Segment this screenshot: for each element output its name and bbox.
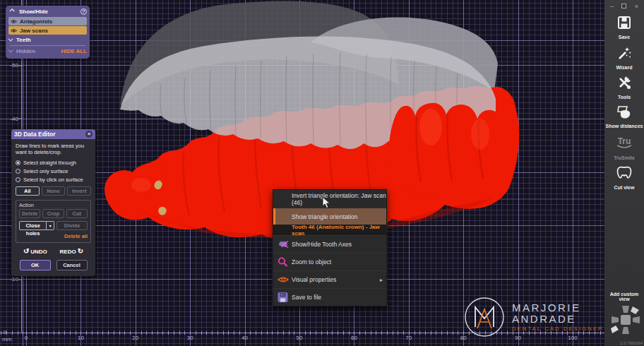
cut-button[interactable]: Cut [66, 209, 88, 218]
bottom-ruler-tick: 10 [78, 335, 84, 341]
cancel-button[interactable]: Cancel [56, 260, 88, 270]
group-label: Teeth [16, 37, 31, 43]
left-ruler-tick: -40 [0, 115, 18, 121]
undo-icon: ↺ [23, 247, 29, 255]
toolbar-item-label: Save [619, 35, 630, 40]
close-button[interactable]: × [635, 3, 638, 10]
eye-icon[interactable] [11, 28, 17, 33]
watermark-name-line1: MARJORIE [512, 302, 604, 314]
expand-chevron-icon [8, 48, 13, 53]
all-button[interactable]: All [16, 186, 40, 196]
menu-header-label: Tooth 46 (Anatomic crown) - Jaw scan [292, 224, 386, 237]
toolbar-item-label: Cut view [614, 185, 635, 191]
radio-label: Select by click on surface [23, 177, 83, 183]
designer-watermark: MARJORIE ANDRADE DENTAL CAD DESIGNER [463, 295, 604, 339]
collapse-chevron-icon [10, 8, 15, 13]
app-window: 0102030405060708090100 -50-40-30-20-10 -… [0, 0, 644, 346]
redo-icon: ↻ [78, 247, 83, 255]
group-label: Hidden [16, 48, 35, 54]
close-holes-dropdown[interactable]: ▾ [47, 221, 54, 230]
close-holes-button[interactable]: Close holes [19, 221, 47, 230]
delete-button[interactable]: Delete [19, 209, 40, 218]
ok-button[interactable]: OK [20, 260, 51, 270]
submenu-arrow-icon: ▸ [380, 277, 383, 283]
action-group: Action Delete Crop Cut Close holes ▾ Div… [16, 200, 91, 243]
data-editor-panel: 3D Data Editor × Draw lines to mark area… [11, 129, 95, 276]
minimize-button[interactable]: – [610, 3, 614, 10]
toolbar-item-label: Wizard [616, 65, 633, 71]
group-row-hidden[interactable]: Hidden HIDE ALL [8, 47, 87, 56]
svg-text:STL: STL [280, 294, 285, 297]
magnifier-icon [278, 257, 288, 268]
toolbar-item-show-distances[interactable]: Show distances [604, 105, 644, 129]
radio-select-straight-through[interactable]: Select straight through [16, 160, 91, 166]
toolbar-item-cut-view[interactable]: Cut view [604, 165, 644, 191]
menu-item-show-triangle-orientation[interactable]: Show triangle orientation [273, 208, 386, 225]
none-button[interactable]: None [42, 186, 66, 196]
layer-label: Antagonists [20, 18, 52, 25]
menu-item-label: Save to file [292, 294, 321, 301]
bottom-ruler-tick: 50 [297, 335, 303, 341]
toolbar-item-trusmile[interactable]: Tru TruSmile [604, 134, 644, 161]
save-icon [616, 15, 632, 33]
left-ruler-tick: -10 [0, 276, 18, 282]
bottom-ruler-tick: 40 [242, 335, 248, 341]
toolbar-item-wizard[interactable]: Wizard [604, 45, 644, 71]
bottom-ruler-tick: 70 [405, 335, 412, 341]
menu-item-label: Visual properties [292, 276, 336, 283]
radio-icon[interactable] [16, 160, 20, 165]
toolbar-item-label: TruSmile [614, 155, 635, 161]
toolbar-item-label: Tools [618, 95, 631, 100]
menu-item-show-hide-tooth-axes[interactable]: Show/Hide Tooth Axes [273, 235, 386, 253]
layer-row-antagonists[interactable]: Antagonists [8, 17, 87, 25]
svg-text:Tru: Tru [618, 136, 631, 146]
toolbar-item-tools[interactable]: Tools [604, 75, 644, 100]
expand-chevron-icon [8, 37, 13, 42]
radio-select-only-surface[interactable]: Select only surface [16, 168, 91, 174]
help-icon[interactable]: ? [80, 8, 87, 15]
data-editor-header[interactable]: 3D Data Editor × [11, 129, 95, 139]
bottom-ruler-tick: 60 [351, 335, 357, 341]
editor-description: Draw lines to mark areas you want to del… [16, 143, 91, 156]
menu-header-tooth-46: Tooth 46 (Anatomic crown) - Jaw scan [273, 225, 386, 235]
menu-item-label: Show/Hide Tooth Axes [292, 241, 352, 248]
radio-select-by-click[interactable]: Select by click on surface [16, 177, 91, 183]
redo-button[interactable]: REDO↻ [60, 247, 85, 255]
menu-item-zoom-to-object[interactable]: Zoom to object [273, 253, 386, 270]
toolbar-item-save[interactable]: Save [604, 15, 644, 40]
restore-button[interactable] [621, 4, 626, 8]
view-cube-icon[interactable] [609, 304, 642, 336]
menu-item-label: Zoom to object [292, 258, 331, 266]
mouse-cursor [322, 196, 330, 209]
logo-monogram-icon [463, 295, 506, 339]
ruler-origin-label: -0 [1, 329, 6, 335]
radio-icon[interactable] [16, 169, 20, 174]
3d-viewport[interactable]: 0102030405060708090100 -50-40-30-20-10 -… [0, 0, 604, 346]
undo-button[interactable]: ↺UNDO [22, 247, 47, 255]
eye-icon[interactable] [11, 19, 17, 24]
add-custom-view-button[interactable]: Add custom view [604, 292, 644, 302]
divide-button[interactable]: Divide [56, 221, 88, 230]
watermark-name-line2: ANDRADE [512, 314, 604, 325]
menu-item-visual-properties[interactable]: Visual properties ▸ [273, 270, 386, 288]
invert-button[interactable]: Invert [67, 186, 91, 196]
eye-icon [278, 275, 289, 284]
ruler-unit-label: mm [2, 336, 11, 342]
group-row-teeth[interactable]: Teeth [8, 35, 87, 44]
close-icon[interactable]: × [85, 131, 93, 138]
radio-label: Select only surface [23, 168, 68, 174]
hide-all-button[interactable]: HIDE ALL [61, 48, 87, 54]
layer-row-jaw-scans[interactable]: Jaw scans [8, 26, 87, 35]
show-hide-header[interactable]: Show/Hide ? [8, 7, 87, 16]
floppy-stl-icon: STL [278, 292, 288, 303]
bottom-ruler-tick: 20 [132, 335, 138, 341]
tools-icon [616, 75, 632, 93]
show-hide-title: Show/Hide [19, 8, 80, 15]
radio-icon[interactable] [16, 177, 20, 182]
menu-item-save-to-file[interactable]: STL Save to file [273, 288, 386, 306]
radio-label: Select straight through [23, 160, 76, 166]
crop-button[interactable]: Crop [42, 209, 64, 218]
watermark-title: DENTAL CAD DESIGNER [512, 326, 604, 332]
wizard-icon [616, 45, 632, 64]
bottom-ruler-tick: 0 [25, 335, 28, 341]
